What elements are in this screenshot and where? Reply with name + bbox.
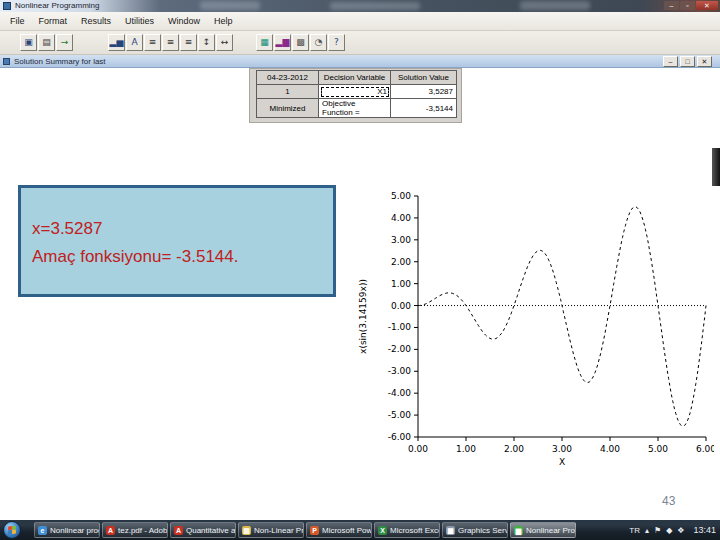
x-tick-label: 4.00 bbox=[600, 444, 620, 454]
fit-horizontal-button[interactable]: ↔ bbox=[216, 34, 233, 51]
taskbar-button-7[interactable]: ▦Graphics Server bbox=[442, 522, 508, 538]
taskbar-button-label: tez.pdf - Adob... bbox=[118, 526, 168, 535]
menu-item-results[interactable]: Results bbox=[74, 14, 118, 28]
help-button[interactable]: ? bbox=[328, 34, 345, 51]
taskbar-button-label: Graphics Server bbox=[458, 526, 508, 535]
minimize-button[interactable]: – bbox=[664, 1, 679, 10]
table-header-date: 04-23-2012 bbox=[257, 71, 319, 85]
menu-item-help[interactable]: Help bbox=[207, 14, 240, 28]
x-tick-label: 3.00 bbox=[552, 444, 572, 454]
data-grid-button[interactable]: ▦ bbox=[256, 34, 273, 51]
action-center-icon[interactable]: ⚑ bbox=[654, 526, 661, 535]
windows-logo-icon bbox=[8, 526, 16, 535]
y-tick-label: 2.00 bbox=[391, 257, 411, 267]
taskbar-button-1[interactable]: eNonlinear progr... bbox=[34, 522, 100, 538]
internet-explorer-icon: e bbox=[38, 526, 47, 535]
x-tick-label: 2.00 bbox=[504, 444, 524, 454]
glass-reflection bbox=[520, 1, 590, 10]
close-button[interactable]: ✕ bbox=[696, 1, 718, 10]
child-restore-button[interactable]: □ bbox=[680, 56, 695, 67]
taskbar-button-label: Nonlinear progr... bbox=[50, 526, 100, 535]
function-curve bbox=[418, 207, 706, 427]
y-tick-label: 0.00 bbox=[391, 301, 411, 311]
x-tick-label: 1.00 bbox=[456, 444, 476, 454]
slide-number: 43 bbox=[662, 494, 675, 508]
titlebar: Nonlinear Programming – ▫ ✕ bbox=[0, 0, 720, 12]
y-tick-label: -3.00 bbox=[388, 366, 412, 376]
glass-reflection bbox=[330, 2, 420, 10]
network-icon[interactable]: ❖ bbox=[677, 526, 684, 535]
row-label: Minimized bbox=[257, 99, 319, 118]
x-tick-label: 0.00 bbox=[408, 444, 428, 454]
window-title: Nonlinear Programming bbox=[15, 1, 99, 10]
taskbar-button-label: Nonlinear Prog... bbox=[526, 526, 576, 535]
calculator-button[interactable]: ▩ bbox=[292, 34, 309, 51]
taskbar-button-8[interactable]: ▆Nonlinear Prog... bbox=[510, 522, 576, 538]
menubar: FileFormatResultsUtilitiesWindowHelp bbox=[0, 12, 720, 31]
system-tray: TR ▴⚑◆❖ 13:41 bbox=[629, 520, 716, 540]
font-button[interactable]: A bbox=[126, 34, 143, 51]
menu-item-file[interactable]: File bbox=[3, 14, 32, 28]
chart-button[interactable]: ▂▅ bbox=[108, 34, 125, 51]
taskbar-button-6[interactable]: XMicrosoft Excel... bbox=[374, 522, 440, 538]
align-left-button[interactable]: ≡ bbox=[144, 34, 161, 51]
x-tick-label: 6.00 bbox=[696, 444, 714, 454]
taskbar-button-label: Quantitative an... bbox=[186, 526, 236, 535]
solution-value-cell[interactable]: 3,5287 bbox=[391, 85, 457, 99]
table-row: Minimized Objective Function = -3,5144 bbox=[257, 99, 457, 118]
graphics-server-icon: ▦ bbox=[446, 526, 455, 535]
excel-icon: X bbox=[378, 526, 387, 535]
table-header-decision-variable: Decision Variable bbox=[319, 71, 391, 85]
solution-summary-titlebar: Solution Summary for last –□✕ bbox=[0, 55, 720, 68]
y-tick-label: 1.00 bbox=[391, 279, 411, 289]
print-button[interactable]: ▤ bbox=[38, 34, 55, 51]
clock-button[interactable]: ◔ bbox=[310, 34, 327, 51]
table-header-row: 04-23-2012 Decision Variable Solution Va… bbox=[257, 71, 457, 85]
exit-button[interactable]: → bbox=[56, 34, 73, 51]
taskbar-button-2[interactable]: Atez.pdf - Adob... bbox=[102, 522, 168, 538]
solution-table-panel: 04-23-2012 Decision Variable Solution Va… bbox=[249, 68, 462, 123]
language-indicator[interactable]: TR bbox=[629, 526, 640, 535]
hidden-icons-icon[interactable]: ▴ bbox=[645, 526, 649, 535]
adobe-pdf-icon: A bbox=[106, 526, 115, 535]
chart-app-icon: ▆ bbox=[514, 526, 523, 535]
taskbar-button-4[interactable]: ▤Non-Linear Pro... bbox=[238, 522, 304, 538]
maximize-button[interactable]: ▫ bbox=[680, 1, 695, 10]
menu-item-utilities[interactable]: Utilities bbox=[118, 14, 161, 28]
taskbar-button-3[interactable]: AQuantitative an... bbox=[170, 522, 236, 538]
row-label: 1 bbox=[257, 85, 319, 99]
save-button[interactable]: ▣ bbox=[20, 34, 37, 51]
result-callout-box: x=3.5287 Amaç fonksiyonu= -3.5144. bbox=[18, 185, 336, 297]
x-tick-label: 5.00 bbox=[648, 444, 668, 454]
bar-chart-button[interactable]: ▂▆ bbox=[274, 34, 291, 51]
menu-item-format[interactable]: Format bbox=[32, 14, 75, 28]
toolbar-group: ▦▂▆▩◔? bbox=[256, 34, 345, 51]
y-tick-label: -1.00 bbox=[388, 322, 412, 332]
app-icon bbox=[3, 2, 11, 10]
variable-cell-x1[interactable]: X1 bbox=[319, 85, 391, 99]
align-right-button[interactable]: ≡ bbox=[180, 34, 197, 51]
start-button[interactable] bbox=[3, 521, 21, 539]
volume-icon[interactable]: ◆ bbox=[666, 526, 672, 535]
adobe-pdf-icon: A bbox=[174, 526, 183, 535]
function-chart-svg: 5.004.003.002.001.000.00-1.00-2.00-3.00-… bbox=[352, 178, 714, 478]
table-row: 1 X1 3,5287 bbox=[257, 85, 457, 99]
taskbar-button-label: Microsoft Excel... bbox=[390, 526, 440, 535]
menu-item-window[interactable]: Window bbox=[161, 14, 207, 28]
solution-table: 04-23-2012 Decision Variable Solution Va… bbox=[256, 70, 457, 118]
objective-function-cell[interactable]: Objective Function = bbox=[319, 99, 391, 118]
taskbar-clock[interactable]: 13:41 bbox=[689, 525, 716, 535]
taskbar-button-5[interactable]: PMicrosoft Powe... bbox=[306, 522, 372, 538]
table-header-solution-value: Solution Value bbox=[391, 71, 457, 85]
fit-vertical-button[interactable]: ↕ bbox=[198, 34, 215, 51]
objective-value-cell[interactable]: -3,5144 bbox=[391, 99, 457, 118]
x-axis-label: X bbox=[559, 457, 565, 467]
taskbar-button-label: Non-Linear Pro... bbox=[254, 526, 304, 535]
child-minimize-button[interactable]: – bbox=[663, 56, 678, 67]
child-close-button[interactable]: ✕ bbox=[697, 56, 712, 67]
taskbar: eNonlinear progr...Atez.pdf - Adob...AQu… bbox=[0, 520, 720, 540]
toolbar-group: ▂▅A≡≡≡↕↔ bbox=[108, 34, 233, 51]
align-center-button[interactable]: ≡ bbox=[162, 34, 179, 51]
toolbar-group: ▣▤→ bbox=[20, 34, 73, 51]
solution-summary-title: Solution Summary for last bbox=[14, 57, 106, 66]
